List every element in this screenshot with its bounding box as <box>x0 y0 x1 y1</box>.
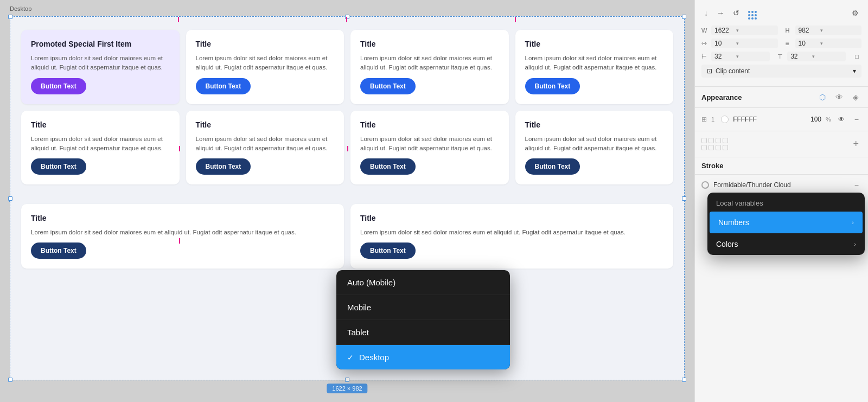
fill-swatch[interactable] <box>721 116 729 123</box>
card-card-8: TitleLorem ipsum dolor sit sed dolor mai… <box>515 111 674 185</box>
pad4-input[interactable] <box>790 53 810 60</box>
pad3-wrap: ▾ <box>711 52 770 61</box>
card-title: Title <box>360 214 663 222</box>
card-card-2: TitleLorem ipsum dolor sit sed dolor mai… <box>186 30 344 104</box>
grid-icon <box>748 11 757 20</box>
dimension-badge: 1622 × 982 <box>327 384 367 393</box>
rotate-btn[interactable]: ↺ <box>730 7 742 19</box>
check-icon: ✓ <box>347 353 354 362</box>
add-fill-section: + <box>695 131 868 157</box>
card-body: Lorem ipsum dolor sit sed dolor maiores … <box>196 54 335 73</box>
appearance-eye-btn[interactable]: 👁 <box>833 91 846 103</box>
card-btn[interactable]: Button Text <box>31 158 86 175</box>
width-input[interactable] <box>714 27 734 34</box>
var-item-colors[interactable]: Colors › <box>707 233 865 255</box>
clip-icon: ⊡ <box>707 67 712 75</box>
dropdown-item-auto[interactable]: Auto (Mobile) <box>336 270 510 295</box>
dropdown-item-desktop[interactable]: ✓ Desktop <box>336 345 510 369</box>
card-title: Title <box>31 120 170 129</box>
canvas-label: Desktop <box>10 5 31 12</box>
w-caret: ▾ <box>736 28 739 33</box>
card-title: Title <box>196 120 335 129</box>
card-btn[interactable]: Button Text <box>525 158 580 175</box>
pad3-input[interactable] <box>714 53 734 60</box>
padding-row1: ⇿ ▾ ≡ ▾ <box>701 39 861 48</box>
fill-remove-btn[interactable]: − <box>852 113 861 125</box>
var-item-numbers[interactable]: Numbers › <box>710 212 863 233</box>
pad1-input[interactable] <box>714 40 734 47</box>
fill-label: 1 <box>711 116 714 123</box>
card-body: Lorem ipsum dolor sit sed dolor maiores … <box>31 135 170 154</box>
card-btn[interactable]: Button Text <box>31 243 86 259</box>
panel-top: ↓ → ↺ ⚙ W ▾ H ▾ <box>695 0 868 87</box>
fill-row: ⊞ 1 FFFFFF 100 % 👁 − <box>701 113 861 125</box>
width-row: W ▾ H ▾ <box>701 25 861 35</box>
pink-sep-2 <box>346 17 347 22</box>
local-variables-panel: Local variables Numbers › Colors › <box>707 193 865 255</box>
appearance-icons: ⬡ 👁 ◈ <box>816 91 861 103</box>
card-card-1: Promoted Special First ItemLorem ipsum d… <box>21 30 180 104</box>
handle-tl[interactable] <box>8 15 12 19</box>
dropdown-item-mobile[interactable]: Mobile <box>336 295 510 320</box>
w-icon: W <box>701 27 708 34</box>
card-title: Title <box>31 214 334 222</box>
handle-mr[interactable] <box>682 196 686 201</box>
breakpoint-dropdown: Auto (Mobile) Mobile Tablet ✓ Desktop <box>336 270 510 369</box>
right-panel: ↓ → ↺ ⚙ W ▾ H ▾ <box>694 0 868 402</box>
stroke-swatch[interactable] <box>701 181 709 189</box>
pad-v-icon: ≡ <box>786 40 792 47</box>
add-fill-btn[interactable]: + <box>850 137 861 151</box>
arrow-down-btn[interactable]: ↓ <box>701 7 711 19</box>
card-card-4: TitleLorem ipsum dolor sit sed dolor mai… <box>515 30 674 104</box>
card-btn[interactable]: Button Text <box>196 78 251 94</box>
stroke-section-header: Stroke <box>695 157 868 175</box>
height-input[interactable] <box>799 27 818 34</box>
card-body: Lorem ipsum dolor sit sed dolor maiores … <box>360 228 663 237</box>
sliders-btn[interactable]: ⚙ <box>849 7 861 19</box>
card-btn[interactable]: Button Text <box>196 158 251 175</box>
fill-hex: FFFFFF <box>733 116 801 123</box>
fill-eye-btn[interactable]: 👁 <box>835 114 847 125</box>
card-card-9: TitleLorem ipsum dolor sit sed dolor mai… <box>21 204 344 269</box>
card-btn[interactable]: Button Text <box>360 243 416 259</box>
card-body: Lorem ipsum dolor sit sed dolor maiores … <box>196 135 335 154</box>
handle-ml[interactable] <box>8 196 12 201</box>
pad-h-icon: ⇿ <box>701 40 708 47</box>
handle-bl[interactable] <box>8 378 12 382</box>
pad3-icon: ⊢ <box>701 53 708 60</box>
appearance-style-btn[interactable]: ⬡ <box>816 91 828 103</box>
card-btn[interactable]: Button Text <box>360 158 416 175</box>
card-title: Title <box>525 120 664 129</box>
card-btn[interactable]: Button Text <box>360 78 416 94</box>
cards-row1: Promoted Special First ItemLorem ipsum d… <box>10 17 684 204</box>
pad1-wrap: ▾ <box>711 39 778 48</box>
clip-content-btn[interactable]: ⊡ Clip content ▾ <box>701 65 861 78</box>
card-card-6: TitleLorem ipsum dolor sit sed dolor mai… <box>186 111 344 185</box>
handle-tr[interactable] <box>682 15 686 19</box>
card-body: Lorem ipsum dolor sit sed dolor maiores … <box>31 228 334 237</box>
pad2-wrap: ▾ <box>795 39 862 48</box>
pad4-icon: ⊤ <box>777 53 784 60</box>
pink-sep-r3 <box>179 238 180 244</box>
handle-br[interactable] <box>682 378 686 382</box>
arrow-right-btn[interactable]: → <box>714 7 727 19</box>
pad2-input[interactable] <box>799 40 818 47</box>
grid-btn[interactable] <box>745 4 760 21</box>
card-btn[interactable]: Button Text <box>525 78 580 94</box>
constrain-btn[interactable]: □ <box>852 52 861 61</box>
card-btn[interactable]: Button Text <box>31 78 86 94</box>
fill-section: ⊞ 1 FFFFFF 100 % 👁 − <box>695 108 868 131</box>
pink-sep-r2 <box>347 146 348 151</box>
h-caret: ▾ <box>820 28 823 33</box>
colors-chevron: › <box>854 241 856 247</box>
padding-row2: ⊢ ▾ ⊤ ▾ □ <box>701 52 861 61</box>
handle-bc[interactable] <box>345 378 349 382</box>
appearance-drop-btn[interactable]: ◈ <box>850 91 861 103</box>
dropdown-item-tablet[interactable]: Tablet <box>336 320 510 345</box>
width-input-wrap: ▾ <box>711 25 778 35</box>
card-body: Lorem ipsum dolor sit sed dolor maiores … <box>525 54 664 73</box>
stroke-remove-btn[interactable]: − <box>852 179 861 191</box>
canvas-area: Desktop Promoted Special First ItemLorem… <box>0 0 694 402</box>
clip-label: Clip content <box>716 67 750 75</box>
stroke-name: Formidable/Thunder Cloud <box>713 181 847 189</box>
